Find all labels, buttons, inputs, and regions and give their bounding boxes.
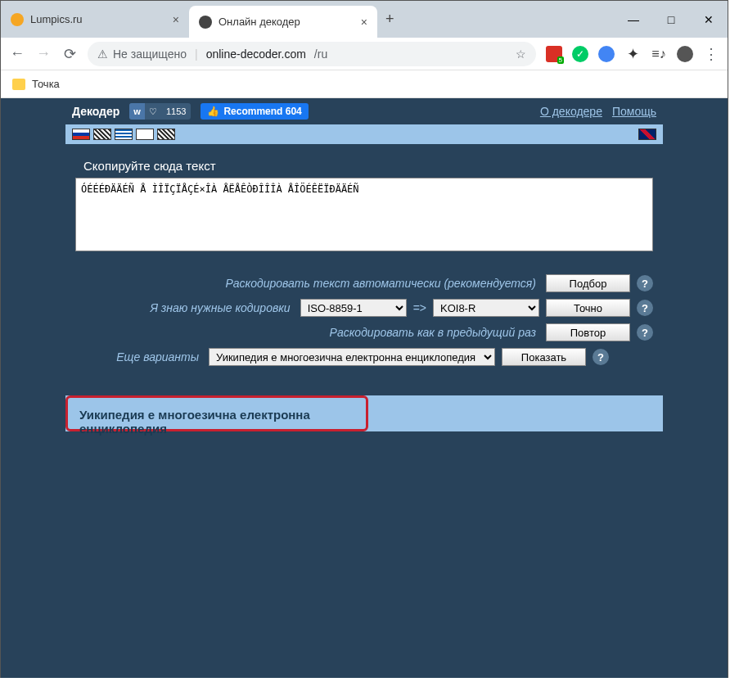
variant-select[interactable]: Уикипедия е многоезична електронна енцик… [209,348,495,366]
bookmarks-bar: Точка [1,70,728,98]
input-textarea[interactable]: ÓÉÉÉÐÄÄÉÑ Å ÌÎÏÇÏÅÇÉ×ÎÀ ÅËÅÊÒÐÎÎÎÀ ÅÎÖÉÊ… [75,178,653,251]
forward-button[interactable]: → [35,46,52,62]
page-content: Декодер w ♡ 1153 👍 Recommend 604 О декод… [1,98,728,678]
star-icon[interactable]: ☆ [516,47,526,61]
flag-icon[interactable] [93,129,111,140]
opt-auto-label: Раскодировать текст автоматически (реком… [75,277,539,290]
url-path: /ru [314,47,327,61]
show-button[interactable]: Показать [502,348,586,366]
menu-icon[interactable]: ⋮ [703,46,719,62]
vk-count: 1153 [161,106,191,116]
site-topbar: Декодер w ♡ 1153 👍 Recommend 604 О декод… [65,98,663,124]
tab-title: Онлайн декодер [219,16,300,28]
back-button[interactable]: ← [9,46,25,62]
extensions-icon[interactable]: ✦ [624,46,641,62]
result-area: Уикипедия е многоезична електронна енцик… [65,379,663,431]
tab-lumpics[interactable]: Lumpics.ru × [1,1,189,38]
tab-decoder[interactable]: Онлайн декодер × [189,6,377,38]
result-text: Уикипедия е многоезична електронна енцик… [65,395,368,431]
help-icon[interactable]: ? [637,300,653,316]
ext-icon-1[interactable]: 5 [546,46,562,62]
flag-ru-icon[interactable] [72,129,90,140]
link-help[interactable]: Помощь [612,105,656,118]
opt-repeat-label: Раскодировать как в предыдущий раз [75,326,539,339]
bookmark-item[interactable]: Точка [32,78,60,90]
avatar[interactable] [677,46,693,62]
tab-title: Lumpics.ru [30,13,83,25]
auto-button[interactable]: Подбор [546,274,630,292]
reload-button[interactable]: ⟳ [61,46,78,62]
navbar: ← → ⟳ ⚠ Не защищено | online-decoder.com… [1,38,728,70]
browser-window: Lumpics.ru × Онлайн декодер × + — □ ✕ ← … [0,0,728,678]
fb-label: Recommend 604 [223,106,301,117]
flag-uk-icon[interactable] [638,129,656,140]
thumbs-up-icon: 👍 [207,106,219,117]
help-icon[interactable]: ? [637,324,653,341]
maximize-button[interactable]: □ [652,1,690,38]
link-about[interactable]: О декодере [540,105,602,118]
decoder-panel: Скопируйте сюда текст ÓÉÉÉÐÄÄÉÑ Å ÌÎÏÇÏÅ… [65,144,663,379]
opt-more-label: Еще варианты [75,350,202,364]
encoding-from-select[interactable]: ISO-8859-1 [300,299,407,317]
arrow-icon: => [413,301,426,314]
ext-icon-5[interactable]: ≡♪ [651,46,667,62]
insecure-label: Не защищено [113,47,187,61]
minimize-button[interactable]: — [615,1,652,38]
close-icon[interactable]: × [173,13,179,26]
help-icon[interactable]: ? [593,349,609,365]
opt-know-label: Я знаю нужные кодировки [75,301,294,314]
language-bar [65,124,663,144]
encoding-to-select[interactable]: KOI8-R [433,299,539,317]
favicon-decoder [199,16,212,29]
window-controls: — □ ✕ [615,1,728,38]
fb-recommend-button[interactable]: 👍 Recommend 604 [201,103,308,120]
help-icon[interactable]: ? [637,275,653,291]
input-tab-label: Скопируйте сюда текст [75,154,653,178]
exact-button[interactable]: Точно [546,299,630,317]
security-indicator: ⚠ Не защищено [97,47,187,61]
heart-icon: ♡ [145,106,161,117]
site-brand[interactable]: Декодер [72,105,119,118]
titlebar: Lumpics.ru × Онлайн декодер × + — □ ✕ [1,1,728,38]
ext-icon-2[interactable]: ✓ [572,46,588,62]
favicon-lumpics [11,13,24,26]
new-tab-button[interactable]: + [377,1,403,38]
ext-icon-3[interactable] [598,46,615,62]
vk-logo-icon: w [129,103,145,120]
folder-icon [12,79,25,90]
address-bar[interactable]: ⚠ Не защищено | online-decoder.com/ru ☆ [88,42,536,66]
vk-widget[interactable]: w ♡ 1153 [129,103,191,120]
close-icon[interactable]: × [361,16,367,29]
flag-icon[interactable] [157,129,175,140]
flag-gr-icon[interactable] [115,129,133,140]
close-button[interactable]: ✕ [690,1,728,38]
options: Раскодировать текст автоматически (реком… [75,271,653,369]
warning-icon: ⚠ [97,47,108,61]
flag-il-icon[interactable] [136,129,154,140]
repeat-button[interactable]: Повтор [546,323,630,341]
extensions: 5 ✓ ✦ ≡♪ ⋮ [546,46,719,62]
url-host: online-decoder.com [206,47,306,61]
